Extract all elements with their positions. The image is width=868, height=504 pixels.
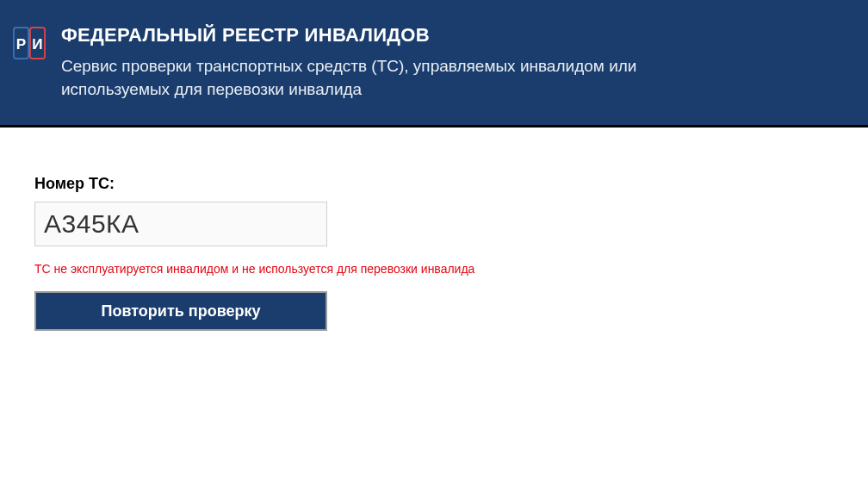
header-text: ФЕДЕРАЛЬНЫЙ РЕЕСТР ИНВАЛИДОВ Сервис пров… [61,24,834,101]
vehicle-number-label: Номер ТС: [34,175,834,193]
error-message: ТС не эксплуатируется инвалидом и не исп… [34,262,834,276]
vehicle-number-input[interactable] [34,202,327,246]
logo-container: Р И [13,27,46,63]
page-title: ФЕДЕРАЛЬНЫЙ РЕЕСТР ИНВАЛИДОВ [61,24,834,47]
fri-logo-icon: Р И [13,27,46,59]
content-area: Номер ТС: ТС не эксплуатируется инвалидо… [0,128,868,365]
page-subtitle: Сервис проверки транспортных средств (ТС… [61,55,647,101]
svg-text:И: И [32,36,42,53]
page-header: Р И ФЕДЕРАЛЬНЫЙ РЕЕСТР ИНВАЛИДОВ Сервис … [0,0,868,128]
repeat-check-button[interactable]: Повторить проверку [34,291,327,331]
svg-text:Р: Р [16,36,26,53]
